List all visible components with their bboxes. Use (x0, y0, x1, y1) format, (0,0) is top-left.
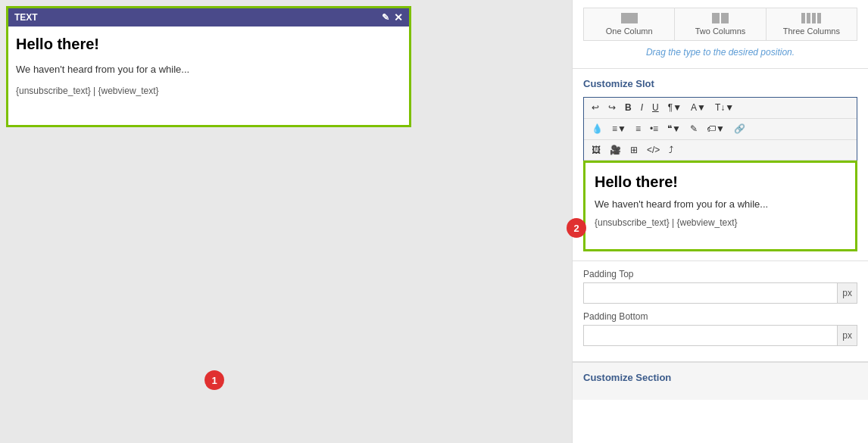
paragraph-button[interactable]: ¶▼ (665, 100, 685, 116)
customize-slot-section: Customize Slot ↩ ↪ B I U ¶▼ A▼ T↓▼ 💧 ≡▼ … (573, 69, 868, 261)
ordered-list-button[interactable]: ≡ (632, 121, 644, 137)
padding-top-field: Padding Top px (583, 269, 857, 304)
bold-button[interactable]: B (622, 100, 635, 116)
video-button[interactable]: 🎥 (607, 142, 624, 158)
content-heading: Hello there! (16, 36, 401, 53)
three-column-icon (801, 13, 821, 23)
image-button[interactable]: 🖼 (589, 142, 604, 158)
editor-heading: Hello there! (595, 173, 846, 191)
editor-toolbar: ↩ ↪ B I U ¶▼ A▼ T↓▼ 💧 ≡▼ ≡ •≡ ❝▼ ✎ 🏷▼ 🔗 … (583, 97, 857, 161)
undo-button[interactable]: ↩ (589, 100, 602, 116)
customize-slot-title: Customize Slot (583, 78, 857, 89)
three-column-type[interactable]: Three Columns (766, 8, 857, 41)
padding-bottom-input[interactable] (583, 325, 838, 346)
one-column-icon (621, 13, 638, 23)
padding-top-unit: px (838, 282, 857, 304)
padding-bottom-label: Padding Bottom (583, 311, 857, 322)
one-column-label: One Column (606, 27, 653, 36)
toolbar-row-3: 🖼 🎥 ⊞ </> ⤴ (584, 140, 857, 161)
close-icon[interactable]: ✕ (394, 11, 403, 23)
link-button[interactable]: 🔗 (731, 121, 748, 137)
two-column-type[interactable]: Two Columns (674, 8, 765, 41)
editor-area[interactable]: Hello there! We haven't heard from you f… (583, 161, 857, 251)
expand-button[interactable]: ⤴ (666, 142, 676, 158)
text-block: TEXT ✎ ✕ Hello there! We haven't heard f… (6, 6, 411, 127)
padding-section: Padding Top px Padding Bottom px (573, 261, 868, 362)
dropcap-button[interactable]: 💧 (589, 121, 606, 137)
blockquote-button[interactable]: ❝▼ (664, 121, 684, 137)
text-block-header: TEXT ✎ ✕ (8, 8, 409, 27)
one-column-type[interactable]: One Column (583, 8, 674, 41)
redo-button[interactable]: ↪ (605, 100, 619, 116)
code-button[interactable]: </> (644, 142, 663, 158)
header-icons: ✎ ✕ (382, 11, 403, 23)
underline-button[interactable]: U (649, 100, 662, 116)
text-style-button[interactable]: T↓▼ (712, 100, 737, 116)
padding-bottom-field: Padding Bottom px (583, 311, 857, 346)
content-footer: {unsubscribe_text} | {webview_text} (16, 86, 401, 96)
column-types-section: One Column Two Columns Three Columns (573, 0, 868, 69)
editor-footer: {unsubscribe_text} | {webview_text} (595, 217, 846, 228)
padding-top-label: Padding Top (583, 269, 857, 279)
pencil-button[interactable]: ✎ (687, 121, 701, 137)
padding-bottom-unit: px (838, 325, 857, 346)
step-badge-1: 1 (205, 370, 224, 390)
italic-button[interactable]: I (638, 100, 646, 116)
customize-section-title: Customize Section (583, 372, 857, 383)
padding-bottom-input-row: px (583, 325, 857, 346)
text-block-content: Hello there! We haven't heard from you f… (8, 27, 409, 125)
table-button[interactable]: ⊞ (627, 142, 641, 158)
two-column-label: Two Columns (695, 27, 746, 36)
edit-icon[interactable]: ✎ (382, 12, 389, 23)
tag-button[interactable]: 🏷▼ (704, 121, 728, 137)
left-panel: TEXT ✎ ✕ Hello there! We haven't heard f… (0, 0, 572, 443)
font-color-button[interactable]: A▼ (688, 100, 709, 116)
padding-top-input[interactable] (583, 282, 838, 304)
padding-top-input-row: px (583, 282, 857, 304)
toolbar-row-2: 💧 ≡▼ ≡ •≡ ❝▼ ✎ 🏷▼ 🔗 (584, 119, 857, 140)
step-badge-2: 2 (567, 218, 586, 238)
align-button[interactable]: ≡▼ (609, 121, 629, 137)
three-column-label: Three Columns (783, 27, 840, 36)
toolbar-row-1: ↩ ↪ B I U ¶▼ A▼ T↓▼ (584, 98, 857, 119)
drag-hint: Drag the type to the desired position. (583, 47, 857, 58)
column-types-row: One Column Two Columns Three Columns (583, 8, 857, 41)
content-paragraph: We haven't heard from you for a while... (16, 64, 401, 75)
right-panel: One Column Two Columns Three Columns (572, 0, 868, 443)
unordered-list-button[interactable]: •≡ (647, 121, 661, 137)
text-block-title: TEXT (14, 12, 38, 23)
two-column-icon (712, 13, 729, 23)
customize-section-bar: Customize Section (573, 362, 868, 400)
editor-paragraph: We haven't heard from you for a while... (595, 198, 846, 210)
